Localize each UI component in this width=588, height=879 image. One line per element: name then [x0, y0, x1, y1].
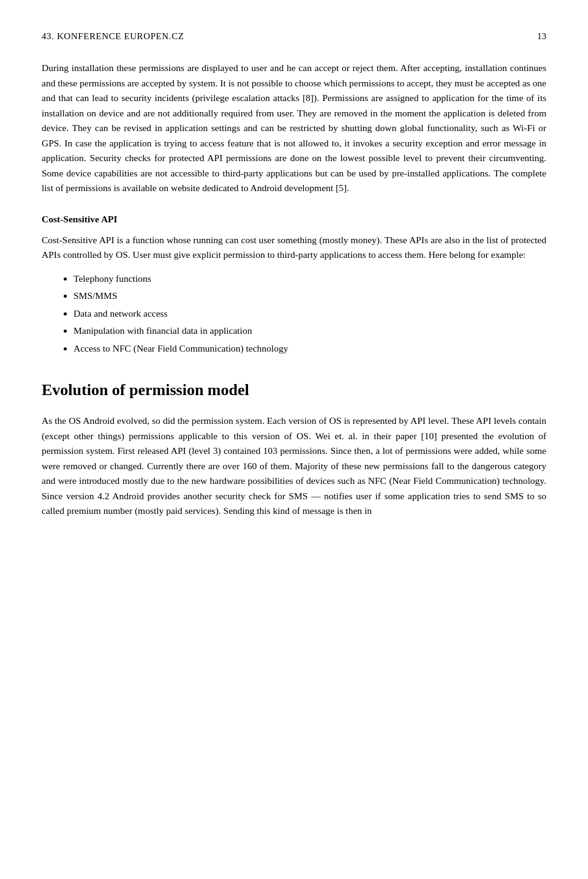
- page: 43. konference EurOpen.CZ 13 During inst…: [0, 0, 588, 879]
- evolution-heading: Evolution of permission model: [42, 378, 546, 402]
- list-item-data-network: Data and network access: [74, 306, 546, 321]
- list-item-telephony: Telephony functions: [74, 271, 546, 286]
- list-item-financial: Manipulation with financial data in appl…: [74, 323, 546, 338]
- cost-api-list: Telephony functions SMS/MMS Data and net…: [74, 271, 546, 356]
- page-header: 43. konference EurOpen.CZ 13: [42, 29, 546, 43]
- paragraph-3: As the OS Android evolved, so did the pe…: [42, 413, 546, 518]
- list-item-sms: SMS/MMS: [74, 289, 546, 303]
- cost-sensitive-api-heading: Cost-Sensitive API: [42, 212, 546, 227]
- paragraph-2: Cost-Sensitive API is a function whose r…: [42, 233, 546, 263]
- header-conference-title: 43. konference EurOpen.CZ: [42, 29, 184, 43]
- paragraph-1: During installation these permissions ar…: [42, 61, 546, 195]
- list-item-nfc: Access to NFC (Near Field Communication)…: [74, 341, 546, 356]
- header-page-number: 13: [537, 29, 546, 43]
